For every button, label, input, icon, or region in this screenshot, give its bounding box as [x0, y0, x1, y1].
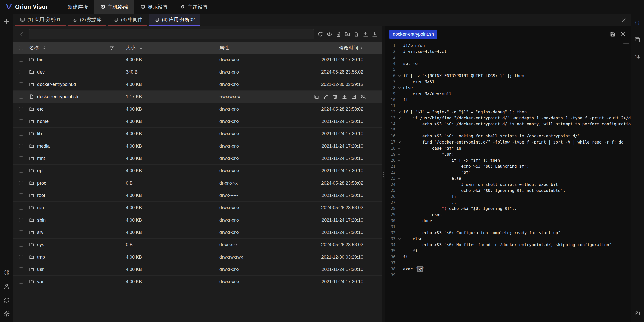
file-row-sbin[interactable]: sbin4.00 KBdrwxr-xr-x2021-11-24 17:20:10	[13, 214, 382, 226]
file-row-docker-entrypoint.sh[interactable]: docker-entrypoint.sh1.17 KB-rwxrwxr-x	[13, 91, 382, 103]
file-attr: drwxr-xr-x	[219, 267, 302, 272]
file-row-home[interactable]: home4.00 KBdrwxr-xr-x2021-11-24 17:20:10	[13, 115, 382, 128]
row-checkbox[interactable]	[19, 107, 23, 111]
add-tab-button[interactable]	[202, 14, 214, 26]
refresh-button[interactable]	[316, 30, 324, 38]
file-row-bin[interactable]: bin4.00 KBdrwxr-xr-x2021-11-24 17:20:10	[13, 54, 382, 66]
menu-item-plus[interactable]: 新建连接	[54, 0, 94, 14]
sort-name-icon[interactable]	[42, 45, 47, 50]
download-button[interactable]	[371, 30, 378, 38]
menu-item-theme[interactable]: 主题设置	[174, 0, 214, 14]
fullscreen-button[interactable]	[632, 3, 640, 11]
file-plus-button[interactable]	[335, 30, 342, 38]
file-name-cell: media	[29, 144, 126, 149]
screenshot-button[interactable]	[633, 308, 642, 318]
file-name-cell: opt	[29, 168, 126, 173]
save-button[interactable]	[609, 30, 616, 38]
back-button[interactable]	[17, 29, 27, 39]
row-checkbox[interactable]	[19, 243, 23, 247]
row-checkbox[interactable]	[19, 181, 23, 185]
user-button[interactable]	[2, 282, 11, 291]
file-row-sys[interactable]: sys0 Bdr-xr-xr-x2024-05-28 23:58:02	[13, 239, 382, 251]
eye-button[interactable]	[326, 30, 333, 38]
fold-toggle[interactable]	[395, 109, 403, 115]
fold-toggle[interactable]	[395, 139, 403, 145]
row-checkbox[interactable]	[19, 218, 23, 222]
file-row-srv[interactable]: srv4.00 KBdrwxr-xr-x2021-11-24 17:20:10	[13, 226, 382, 239]
copy-action-button[interactable]	[314, 94, 319, 99]
users-action-button[interactable]	[360, 94, 366, 99]
row-checkbox[interactable]	[19, 132, 23, 136]
panel-divider[interactable]	[382, 26, 385, 322]
select-all-checkbox[interactable]	[19, 46, 23, 50]
terminal-icon	[113, 17, 118, 22]
upload-button[interactable]	[362, 30, 369, 38]
menu-item-display[interactable]: 显示设置	[134, 0, 174, 14]
path-input[interactable]	[38, 32, 311, 37]
editor-scrollbar-thumb[interactable]	[623, 43, 629, 44]
sort-lines-button[interactable]	[633, 53, 642, 61]
sync-button[interactable]	[2, 296, 11, 304]
move-action-button[interactable]	[351, 94, 356, 99]
braces-button[interactable]	[633, 18, 642, 27]
row-checkbox[interactable]	[19, 95, 23, 99]
new-connection-button[interactable]	[2, 17, 11, 26]
editor-file-tab[interactable]: docker-entrypoint.sh	[389, 30, 437, 39]
file-row-usr[interactable]: usr4.00 KBdrwxr-xr-x2021-11-24 17:20:10	[13, 263, 382, 276]
fold-toggle[interactable]	[395, 115, 403, 121]
code-editor[interactable]: 1#!/bin/sh2# vim:sw=4:ts=4:et34set -e56i…	[385, 42, 631, 322]
settings-button[interactable]	[2, 309, 11, 318]
file-row-var[interactable]: var4.00 KBdrwxr-xr-x2021-11-24 17:20:10	[13, 276, 382, 288]
delete-action-button[interactable]	[333, 94, 338, 99]
layers-button[interactable]	[633, 35, 642, 44]
terminal-tab-2[interactable]: (2) 数据库	[68, 14, 107, 26]
row-checkbox[interactable]	[19, 255, 23, 259]
close-panel-button[interactable]	[620, 16, 627, 24]
row-checkbox[interactable]	[19, 70, 23, 74]
fold-toggle[interactable]	[395, 73, 403, 79]
fold-toggle[interactable]	[395, 175, 403, 182]
edit-action-button[interactable]	[323, 94, 329, 99]
file-row-docker-entrypoint.d[interactable]: docker-entrypoint.d4.00 KBdrwxr-xr-x2021…	[13, 78, 382, 91]
row-checkbox[interactable]	[19, 58, 23, 62]
terminal-tab-4[interactable]: (4) 应用-分析02	[149, 14, 200, 26]
fold-toggle[interactable]	[395, 145, 403, 151]
fold-toggle[interactable]	[395, 85, 403, 91]
trash-button[interactable]	[353, 30, 360, 38]
fold-toggle[interactable]	[395, 157, 403, 163]
row-checkbox[interactable]	[19, 193, 23, 197]
row-checkbox[interactable]	[19, 267, 23, 271]
row-checkbox[interactable]	[19, 169, 23, 173]
menu-item-terminal[interactable]: 主机终端	[94, 0, 134, 14]
folder-plus-button[interactable]	[344, 30, 351, 38]
download-action-button[interactable]	[342, 94, 347, 99]
editor-close-button[interactable]	[619, 30, 627, 38]
command-palette-button[interactable]	[2, 269, 11, 277]
file-row-proc[interactable]: proc0 Bdr-xr-xr-x2024-05-28 23:58:02	[13, 177, 382, 189]
file-row-lib[interactable]: lib4.00 KBdrwxr-xr-x2021-11-24 17:20:10	[13, 128, 382, 140]
row-checkbox[interactable]	[19, 82, 23, 86]
file-row-dev[interactable]: dev340 Bdrwxr-xr-x2024-05-28 23:58:02	[13, 66, 382, 78]
filter-icon[interactable]	[109, 45, 114, 50]
sort-size-icon[interactable]	[138, 45, 143, 50]
row-checkbox[interactable]	[19, 119, 23, 123]
terminal-tab-3[interactable]: (3) 中间件	[108, 14, 147, 26]
fold-spacer	[395, 260, 403, 266]
code-text: fi	[403, 194, 456, 200]
file-row-mnt[interactable]: mnt4.00 KBdrwxr-xr-x2021-11-24 17:20:10	[13, 152, 382, 165]
file-row-root[interactable]: root4.00 KBdrwx------2021-11-24 17:20:10	[13, 189, 382, 202]
file-row-tmp[interactable]: tmp4.00 KBdrwxrwxrwx2021-12-30 03:29:10	[13, 251, 382, 263]
row-checkbox[interactable]	[19, 206, 23, 210]
row-checkbox[interactable]	[19, 144, 23, 148]
row-checkbox[interactable]	[19, 280, 23, 284]
sort-mtime-icon[interactable]	[360, 46, 363, 50]
file-row-media[interactable]: media4.00 KBdrwxr-xr-x2021-11-24 17:20:1…	[13, 140, 382, 152]
fold-toggle[interactable]	[395, 236, 403, 242]
file-row-opt[interactable]: opt4.00 KBdrwxr-xr-x2021-11-24 17:20:10	[13, 165, 382, 177]
row-checkbox[interactable]	[19, 230, 23, 234]
terminal-tab-1[interactable]: (1) 应用-分析01	[15, 14, 66, 26]
fold-toggle[interactable]	[395, 151, 403, 157]
file-row-etc[interactable]: etc4.00 KBdrwxr-xr-x2024-05-28 23:58:02	[13, 103, 382, 115]
row-checkbox[interactable]	[19, 156, 23, 160]
file-row-run[interactable]: run4.00 KBdrwxr-xr-x2024-05-28 23:58:02	[13, 202, 382, 214]
